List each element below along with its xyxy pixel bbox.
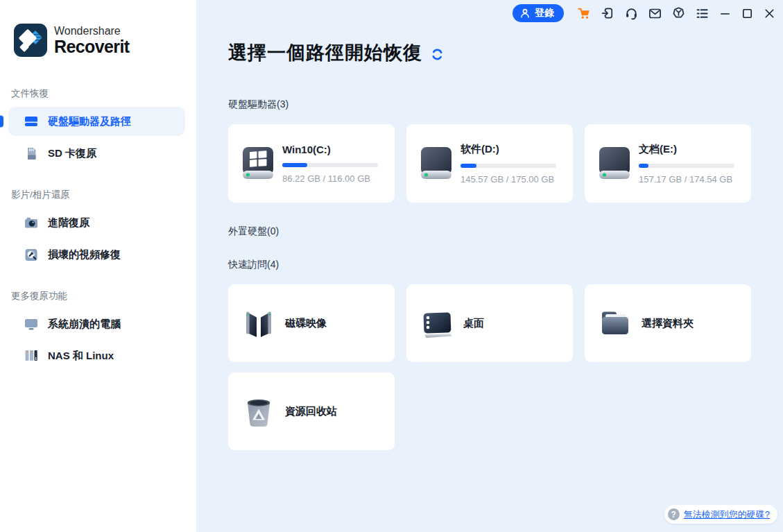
camera-icon — [24, 215, 39, 230]
user-icon — [519, 8, 531, 19]
titlebar: 登錄 — [513, 4, 776, 22]
recoverit-window: Wondershare Recoverit 文件恢復 硬盤驅動器及路徑 SD 卡… — [0, 0, 783, 532]
brand-product: Recoverit — [54, 37, 130, 55]
section-header-external: 外置硬盤(0) — [228, 225, 783, 238]
drive-info: Win10(C:) 86.22 GB / 116.00 GB — [282, 144, 378, 184]
close-icon[interactable] — [763, 7, 776, 20]
drive-name: 软件(D:) — [461, 143, 556, 156]
drive-card-row: Win10(C:) 86.22 GB / 116.00 GB 软件(D:) — [228, 124, 783, 203]
sidebar-item-advanced-recovery[interactable]: 進階復原 — [8, 208, 185, 237]
main-panel: 登錄 — [196, 0, 783, 532]
recoverit-diamond-logo — [14, 24, 47, 57]
disk-image-icon — [242, 307, 275, 340]
hard-drive-icon — [24, 114, 39, 129]
quick-card-select-folder[interactable]: 選擇資料夾 — [585, 284, 751, 362]
capacity-progress-fill — [639, 164, 648, 168]
active-indicator — [0, 116, 3, 128]
sidebar-item-nas-linux[interactable]: NAS 和 Linux — [8, 341, 185, 370]
refresh-icon[interactable] — [431, 48, 444, 61]
sidebar: Wondershare Recoverit 文件恢復 硬盤驅動器及路徑 SD 卡… — [0, 0, 196, 532]
capacity-progress-bar — [461, 164, 556, 168]
sidebar-item-sd-card[interactable]: SD 卡復原 — [8, 139, 185, 168]
app-logo: Wondershare Recoverit — [14, 24, 196, 57]
login-button[interactable]: 登錄 — [513, 4, 564, 22]
sd-card-icon — [24, 146, 39, 161]
capacity-progress-fill — [461, 164, 476, 168]
page-title: 選擇一個路徑開始恢復 — [228, 40, 422, 65]
sidebar-item-label: 進階復原 — [48, 216, 89, 230]
quick-card-label: 選擇資料夾 — [642, 317, 694, 330]
nav-section-more-recovery: 更多復原功能 — [11, 290, 196, 302]
mail-icon[interactable] — [648, 6, 662, 21]
capacity-progress-fill — [282, 163, 307, 167]
windows-drive-icon — [241, 146, 275, 182]
sidebar-item-video-repair[interactable]: 損壞的視頻修復 — [8, 240, 185, 269]
nav-section-photo-video: 影片/相片還原 — [11, 189, 196, 201]
drive-capacity: 86.22 GB / 116.00 GB — [282, 173, 378, 184]
hard-drive-device-icon — [597, 146, 632, 182]
recycle-bin-icon — [242, 395, 275, 428]
quick-card-recycle-bin[interactable]: 資源回收站 — [228, 372, 395, 450]
drive-name: 文档(E:) — [639, 143, 734, 156]
drive-capacity: 157.17 GB / 174.54 GB — [639, 174, 734, 185]
hard-drive-device-icon — [419, 146, 454, 182]
sidebar-item-label: 損壞的視頻修復 — [48, 248, 121, 261]
help-pill: ? 無法檢測到您的硬碟? — [664, 505, 777, 524]
quick-card-label: 桌面 — [463, 317, 484, 330]
crashed-computer-icon — [24, 316, 39, 332]
sidebar-item-crashed-computer[interactable]: 系統崩潰的電腦 — [8, 309, 185, 338]
maximize-icon[interactable] — [741, 7, 754, 20]
capacity-progress-bar — [282, 163, 378, 167]
sidebar-item-label: 系統崩潰的電腦 — [48, 318, 121, 331]
brand-company: Wondershare — [54, 25, 130, 37]
desktop-icon — [420, 307, 454, 340]
login-label: 登錄 — [535, 7, 554, 19]
capacity-progress-bar — [639, 164, 734, 168]
sidebar-item-label: 硬盤驅動器及路徑 — [48, 115, 131, 128]
video-repair-icon — [24, 247, 39, 262]
select-folder-icon — [599, 307, 632, 340]
section-header-hdd: 硬盤驅動器(3) — [228, 98, 783, 111]
drive-not-detected-link[interactable]: 無法檢測到您的硬碟? — [684, 508, 770, 521]
sidebar-item-label: NAS 和 Linux — [48, 350, 114, 363]
support-headset-icon[interactable] — [624, 6, 639, 21]
drive-capacity: 145.57 GB / 175.00 GB — [461, 174, 556, 185]
drive-info: 软件(D:) 145.57 GB / 175.00 GB — [461, 143, 556, 185]
drive-card-d[interactable]: 软件(D:) 145.57 GB / 175.00 GB — [406, 124, 573, 203]
drive-name: Win10(C:) — [282, 144, 378, 155]
quick-card-label: 資源回收站 — [285, 405, 337, 418]
nas-server-icon — [24, 348, 39, 363]
drive-card-e[interactable]: 文档(E:) 157.17 GB / 174.54 GB — [585, 124, 751, 203]
drive-info: 文档(E:) 157.17 GB / 174.54 GB — [639, 143, 734, 185]
quick-card-desktop[interactable]: 桌面 — [406, 284, 573, 362]
quick-card-disk-image[interactable]: 磁碟映像 — [228, 284, 395, 362]
logo-text: Wondershare Recoverit — [54, 25, 130, 56]
section-header-quick-access: 快速訪問(4) — [228, 259, 783, 271]
package-icon[interactable] — [671, 6, 686, 21]
quick-card-label: 磁碟映像 — [285, 317, 327, 330]
signin-icon[interactable] — [601, 6, 615, 21]
minimize-icon[interactable] — [719, 7, 732, 20]
quick-access-row-1: 磁碟映像 桌面 選擇資料夾 — [228, 284, 783, 362]
nav-section-file-recovery: 文件恢復 — [11, 87, 196, 100]
question-icon: ? — [668, 508, 680, 520]
menu-list-icon[interactable] — [695, 6, 709, 21]
quick-access-row-2: 資源回收站 — [228, 372, 783, 450]
drive-card-c[interactable]: Win10(C:) 86.22 GB / 116.00 GB — [228, 124, 395, 203]
sidebar-item-hdd-and-path[interactable]: 硬盤驅動器及路徑 — [8, 107, 185, 136]
cart-icon[interactable] — [577, 6, 592, 21]
sidebar-item-label: SD 卡復原 — [48, 147, 96, 160]
